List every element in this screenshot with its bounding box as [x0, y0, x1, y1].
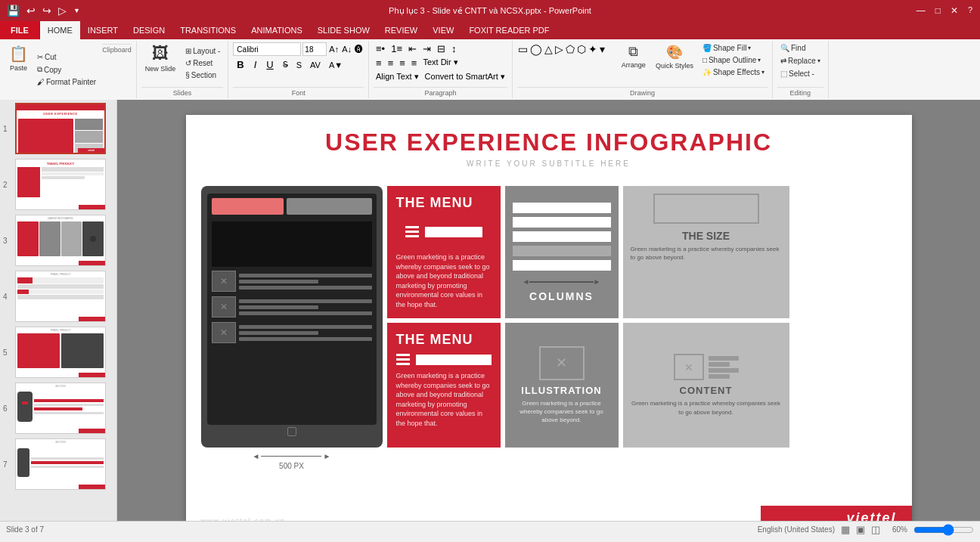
card-menu-2[interactable]: THE MENU Green marketing is a practice w…: [387, 323, 501, 448]
align-center-btn[interactable]: ≡: [386, 57, 396, 70]
reset-button[interactable]: ↺ Reset: [182, 57, 223, 69]
card-menu-1-text: Green marketing is a practice whereby co…: [396, 252, 492, 310]
slide-thumb-7[interactable]: 7 SECTION: [3, 438, 113, 490]
slide-thumb-3[interactable]: 3 CAREER INFOGRAPHIC: [3, 215, 113, 266]
shape-btn-1[interactable]: ▭: [517, 42, 529, 56]
shape-btn-7[interactable]: ✦: [588, 42, 598, 56]
arrange-button[interactable]: ⧉ Arrange: [618, 42, 650, 84]
text-direction-btn[interactable]: Text Dir ▾: [420, 57, 460, 70]
increase-font-btn[interactable]: A↑: [328, 44, 340, 54]
cut-button[interactable]: ✂ Cut: [34, 51, 99, 63]
dropdown-icon[interactable]: ▼: [71, 6, 82, 15]
shape-btn-6[interactable]: ⬡: [576, 42, 587, 56]
font-size-input[interactable]: [302, 42, 327, 56]
bold-btn[interactable]: B: [233, 57, 247, 72]
tab-transitions[interactable]: TRANSITIONS: [172, 21, 243, 39]
bullets-btn[interactable]: ≡•: [374, 42, 387, 55]
format-painter-button[interactable]: 🖌 Format Painter: [34, 76, 99, 88]
more-shapes-btn[interactable]: ▾: [599, 42, 606, 56]
slide-thumb-4[interactable]: 4 TRAVEL PRODUCT: [3, 271, 113, 322]
effects-dropdown-icon[interactable]: ▾: [761, 69, 764, 76]
tab-foxit[interactable]: FOXIT READER PDF: [461, 21, 557, 39]
tablet-dark-band: [212, 221, 372, 267]
quick-styles-button[interactable]: 🎨 Quick Styles: [652, 42, 697, 84]
shape-effects-button[interactable]: ✨ Shape Effects ▾: [699, 67, 768, 78]
paste-button[interactable]: 📋 Paste: [5, 42, 33, 97]
justify-btn[interactable]: ≡: [409, 57, 420, 70]
align-right-btn[interactable]: ≡: [397, 57, 408, 70]
tablet-line-4: [239, 299, 372, 303]
maximize-btn[interactable]: □: [931, 5, 945, 16]
select-button[interactable]: ⬚ Select -: [777, 68, 817, 79]
col-btn[interactable]: ⊟: [435, 42, 448, 55]
find-button[interactable]: 🔍 Find: [777, 42, 808, 54]
font-spacing-btn[interactable]: AV: [307, 59, 324, 71]
help-btn[interactable]: ?: [963, 5, 977, 16]
line-spacing-btn[interactable]: ↕: [449, 42, 459, 55]
redo-icon[interactable]: ↪: [40, 4, 54, 17]
card-tablet[interactable]: ✕ ✕: [201, 186, 383, 448]
card-columns[interactable]: ◄ ► COLUMNS: [505, 186, 619, 318]
illus-text: Green marketing is a practice whereby co…: [513, 399, 611, 425]
content-title: CONTENT: [680, 385, 733, 396]
save-icon[interactable]: 💾: [5, 4, 22, 17]
tab-home[interactable]: HOME: [40, 21, 80, 39]
layout-button[interactable]: ⊞ Layout -: [182, 45, 223, 57]
close-btn[interactable]: ✕: [946, 5, 963, 16]
strikethrough-btn[interactable]: S̶: [280, 58, 291, 71]
shape-btn-5[interactable]: ⬠: [565, 42, 575, 56]
align-text-btn[interactable]: Align Text ▾: [374, 71, 421, 82]
card-illustration[interactable]: ✕ ILLUSTRATION Green marketing is a prac…: [505, 323, 619, 448]
tablet-x-icon-2: ✕: [212, 296, 236, 317]
start-icon[interactable]: ▷: [56, 4, 69, 17]
italic-btn[interactable]: I: [250, 57, 261, 72]
section-button[interactable]: § Section: [182, 70, 223, 81]
card-size[interactable]: THE SIZE Green marketing is a practice w…: [623, 186, 789, 318]
tab-insert[interactable]: INSERT: [80, 21, 126, 39]
zoom-slider[interactable]: [913, 524, 974, 536]
card-content[interactable]: ✕ CONTENT Green marketing is a practice …: [623, 323, 789, 448]
tablet-line-8: [239, 331, 319, 335]
outline-dropdown-icon[interactable]: ▾: [758, 57, 761, 63]
convert-smartart-btn[interactable]: Convert to SmartArt ▾: [423, 71, 507, 82]
shape-outline-button[interactable]: □ Shape Outline ▾: [699, 54, 768, 66]
clear-format-btn[interactable]: 🅐: [354, 44, 364, 54]
tablet-white-box: [287, 198, 372, 215]
normal-view-btn[interactable]: ▦: [841, 524, 850, 535]
slide-thumb-5[interactable]: 5 TRAVEL PRODUCT: [3, 327, 113, 378]
columns-arrow: ◄ ►: [523, 277, 601, 287]
reading-view-btn[interactable]: ◫: [871, 524, 880, 535]
decrease-font-btn[interactable]: A↓: [341, 44, 352, 54]
slide-thumb-6[interactable]: 6 SECTION: [3, 382, 113, 434]
undo-icon[interactable]: ↩: [24, 4, 38, 17]
replace-button[interactable]: ⇄ Replace ▾: [777, 55, 823, 67]
shadow-btn[interactable]: S: [293, 59, 305, 71]
tab-file[interactable]: FILE: [0, 21, 40, 39]
slide-thumb-1[interactable]: 1 USER EXPERIENCE viettel: [3, 103, 113, 154]
tab-animations[interactable]: ANIMATIONS: [243, 21, 310, 39]
shape-btn-2[interactable]: ◯: [529, 42, 543, 56]
numbering-btn[interactable]: 1≡: [389, 42, 405, 55]
copy-button[interactable]: ⧉ Copy: [34, 63, 99, 76]
tab-view[interactable]: VIEW: [425, 21, 461, 39]
shape-btn-3[interactable]: △: [544, 42, 554, 56]
underline-btn[interactable]: U: [262, 57, 277, 72]
fill-dropdown-icon[interactable]: ▾: [748, 45, 751, 51]
minimize-btn[interactable]: —: [912, 5, 930, 16]
align-left-btn[interactable]: ≡: [374, 57, 384, 70]
shape-btn-4[interactable]: ▷: [554, 42, 564, 56]
font-name-input[interactable]: [233, 42, 301, 56]
new-slide-icon: 🖼: [152, 44, 169, 63]
tab-slideshow[interactable]: SLIDE SHOW: [310, 21, 377, 39]
slide-sorter-btn[interactable]: ▣: [856, 524, 865, 535]
tab-review[interactable]: REVIEW: [377, 21, 425, 39]
slide-thumb-2[interactable]: 2 TRAVEL PRODUCT: [3, 159, 113, 210]
font-color-btn[interactable]: A▼: [326, 59, 346, 71]
window-controls: — □ ✕ ?: [912, 5, 980, 16]
indent-btn[interactable]: ⇥: [420, 42, 433, 55]
card-menu-1[interactable]: THE MENU Green marketing is a practice w…: [387, 186, 501, 318]
new-slide-button[interactable]: 🖼 New Slide: [141, 42, 180, 84]
shape-fill-button[interactable]: 🪣 Shape Fill ▾: [699, 42, 768, 54]
outdent-btn[interactable]: ⇤: [406, 42, 419, 55]
tab-design[interactable]: DESIGN: [126, 21, 172, 39]
